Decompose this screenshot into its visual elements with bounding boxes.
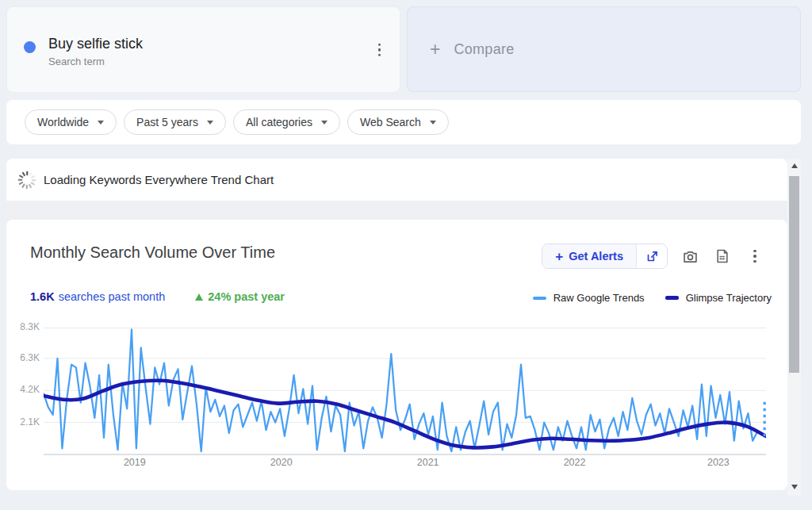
chevron-down-icon xyxy=(207,121,213,125)
legend-swatch-raw xyxy=(533,297,546,300)
get-alerts-button[interactable]: + Get Alerts xyxy=(542,244,636,268)
y-axis-label: 4.2K xyxy=(11,384,40,395)
kebab-icon xyxy=(378,43,381,46)
add-comparison-card[interactable]: + Compare xyxy=(407,6,801,92)
google-trends-page: Buy selfie stick Search term + Compare W… xyxy=(0,0,812,510)
search-term-title: Buy selfie stick xyxy=(48,36,143,52)
legend-swatch-trajectory xyxy=(665,296,679,300)
scroll-up-button[interactable] xyxy=(787,159,801,172)
y-axis-label: 6.3K xyxy=(11,352,40,363)
y-axis-label: 2.1K xyxy=(11,416,40,428)
screenshot-button[interactable] xyxy=(680,246,700,267)
scrollbar-thumb[interactable] xyxy=(789,176,799,373)
monthly-volume-value: 1.6K xyxy=(30,290,55,303)
term-card-menu-button[interactable] xyxy=(373,38,386,61)
geo-filter-dropdown[interactable]: Worldwide xyxy=(25,109,117,135)
plus-icon: + xyxy=(430,40,440,59)
chevron-down-icon xyxy=(321,121,327,125)
get-alerts-control: + Get Alerts xyxy=(542,243,668,269)
loading-banner: Loading Keywords Everywhere Trend Chart xyxy=(6,159,787,201)
loading-spinner-icon xyxy=(17,170,37,190)
geo-filter-label: Worldwide xyxy=(37,116,89,128)
filter-bar: Worldwide Past 5 years All categories We… xyxy=(6,100,801,144)
plus-icon: + xyxy=(555,250,563,263)
search-term-card: Buy selfie stick Search term xyxy=(6,6,400,93)
series-color-dot xyxy=(24,41,36,53)
chart-legend: Raw Google Trends Glimpse Trajectory xyxy=(533,292,772,304)
x-axis-label: 2022 xyxy=(553,457,597,468)
chart-menu-button[interactable] xyxy=(745,246,765,267)
csv-file-icon xyxy=(714,248,730,264)
monthly-volume-label: searches past month xyxy=(59,290,166,303)
legend-item-raw: Raw Google Trends xyxy=(533,292,645,304)
kebab-icon xyxy=(749,245,761,268)
get-alerts-label: Get Alerts xyxy=(569,250,623,263)
y-axis-label: 8.3K xyxy=(11,321,40,332)
trends-widget-area: Loading Keywords Everywhere Trend Chart … xyxy=(6,159,787,510)
category-filter-label: All categories xyxy=(246,116,312,128)
trend-up-icon xyxy=(195,293,203,301)
triangle-down-icon xyxy=(791,485,798,489)
scroll-down-button[interactable] xyxy=(787,481,801,493)
chevron-down-icon xyxy=(430,121,436,125)
triangle-up-icon xyxy=(791,163,798,168)
time-filter-label: Past 5 years xyxy=(136,116,198,128)
legend-item-trajectory: Glimpse Trajectory xyxy=(665,292,772,304)
time-filter-dropdown[interactable]: Past 5 years xyxy=(124,109,226,135)
section-divider xyxy=(6,201,787,220)
widget-scrollbar[interactable] xyxy=(787,159,801,496)
volume-stats: 1.6K searches past month 24% past year xyxy=(30,290,285,303)
chart-header-actions: + Get Alerts xyxy=(542,243,765,269)
search-term-subtitle: Search term xyxy=(48,56,105,67)
open-external-button[interactable] xyxy=(636,244,667,268)
trend-line-chart[interactable] xyxy=(44,321,766,456)
yearly-trend-text: 24% past year xyxy=(208,290,285,303)
camera-icon xyxy=(682,248,699,265)
x-axis-label: 2023 xyxy=(696,457,741,468)
search-type-filter-label: Web Search xyxy=(360,116,421,128)
compare-label: Compare xyxy=(454,41,514,58)
chart-title: Monthly Search Volume Over Time xyxy=(30,243,275,262)
external-link-icon xyxy=(646,251,658,263)
chevron-down-icon xyxy=(98,121,104,125)
category-filter-dropdown[interactable]: All categories xyxy=(233,109,340,135)
export-csv-button[interactable] xyxy=(712,246,733,267)
x-axis-label: 2019 xyxy=(113,457,157,468)
x-axis-label: 2021 xyxy=(406,457,450,468)
x-axis-label: 2020 xyxy=(259,457,304,468)
loading-text: Loading Keywords Everywhere Trend Chart xyxy=(44,173,274,186)
search-volume-chart-card: Monthly Search Volume Over Time + Get Al… xyxy=(6,220,787,490)
search-type-filter-dropdown[interactable]: Web Search xyxy=(347,109,449,135)
